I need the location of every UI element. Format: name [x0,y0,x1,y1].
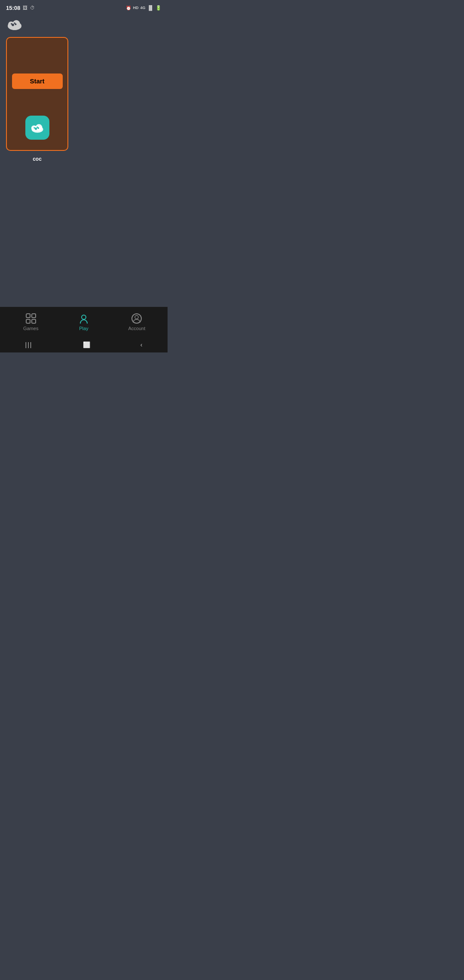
svg-point-6 [14,22,15,24]
status-time: 15:08 [6,5,20,11]
games-icon [25,313,37,324]
alarm-icon: ⏰ [126,6,131,10]
svg-point-9 [35,124,42,131]
nav-item-account[interactable]: Account [110,313,163,331]
start-button[interactable]: Start [12,74,63,89]
app-header [0,14,168,37]
recent-apps-button[interactable]: ||| [25,341,33,348]
svg-rect-15 [32,314,36,318]
svg-point-20 [135,315,138,319]
svg-rect-16 [26,319,30,323]
svg-point-13 [37,126,38,128]
status-right: ⏰ HD 4G ▐▌ 🔋 [126,5,162,11]
battery-icon: 🔋 [156,5,162,11]
header-paw-cloud-icon [6,16,23,32]
signal-icon: ▐▌ [147,5,154,10]
nav-item-play[interactable]: Play [57,313,110,331]
network-4g: 4G [140,6,145,10]
games-label: Games [23,326,38,331]
coc-app-icon[interactable] [25,116,49,140]
svg-rect-17 [32,319,36,323]
app-name-label: coc [33,156,42,162]
status-left: 15:08 🖼 ⏱ [6,5,35,11]
status-bar: 15:08 🖼 ⏱ ⏰ HD 4G ▐▌ 🔋 [0,0,168,14]
paw-cloud-icon [30,121,45,135]
app-icon-container: coc [25,116,49,162]
svg-point-18 [82,315,86,319]
account-label: Account [128,326,145,331]
svg-rect-14 [26,314,30,318]
play-label: Play [79,326,88,331]
account-icon [131,313,142,324]
photo-icon: 🖼 [23,5,27,10]
main-content: Start coc [0,37,168,307]
play-icon [78,313,89,324]
svg-point-12 [34,127,35,129]
system-nav: ||| ⬜ ‹ [0,337,168,352]
home-button[interactable]: ⬜ [83,341,90,348]
back-button[interactable]: ‹ [140,341,143,348]
bottom-nav: Games Play Account [0,307,168,337]
svg-point-5 [11,23,12,25]
nav-item-games[interactable]: Games [4,313,57,331]
history-icon: ⏱ [30,5,35,10]
hd-badge: HD [133,6,138,10]
game-card: Start coc [6,37,68,151]
